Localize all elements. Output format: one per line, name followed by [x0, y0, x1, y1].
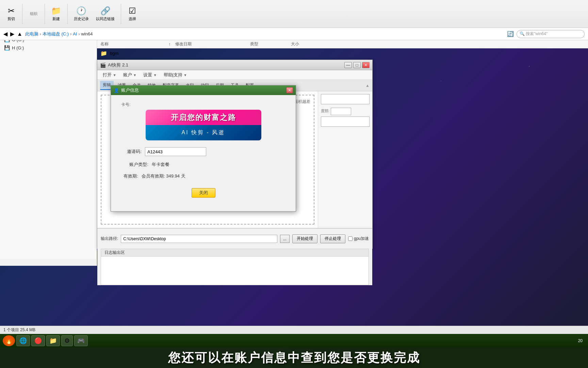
taskbar-folder[interactable]: 📁 — [46, 335, 60, 346]
account-type-value: 年卡套餐 — [152, 162, 169, 168]
dialog-body: 卡号: 开启您的财富之路 AI 快剪 - 风逝 邀请码: 账户类型: — [111, 95, 296, 211]
card-banner-bottom: AI 快剪 - 风逝 — [146, 125, 261, 140]
account-type-row: 账户类型: 年卡套餐 — [121, 162, 285, 168]
dialog-title-text: 账户信息 — [121, 87, 139, 93]
card-label-row: 卡号: — [121, 102, 285, 108]
dialog-title-icon: 👤 — [114, 88, 119, 93]
dialog-close-btn[interactable]: 关闭 — [192, 188, 215, 198]
taskbar-settings[interactable]: ⚙ — [61, 335, 73, 346]
start-button[interactable]: 🔥 — [3, 335, 15, 346]
validity-label: 有效期: — [121, 173, 138, 179]
subtitle-bar: 您还可以在账户信息中查到您是否更换完成 — [0, 348, 588, 368]
invite-label: 邀请码: — [121, 149, 142, 155]
dialog-footer: 关闭 — [121, 185, 285, 204]
card-banner-subtitle: AI 快剪 - 风逝 — [182, 129, 225, 136]
card-banner-container: 卡号: 开启您的财富之路 AI 快剪 - 风逝 — [121, 102, 285, 140]
taskbar-game[interactable]: 🎮 — [74, 335, 88, 346]
dialog-title-area: 👤 账户信息 — [114, 87, 139, 93]
taskbar-time: 20 — [578, 338, 585, 343]
card-banner-top: 开启您的财富之路 — [146, 110, 261, 125]
card-label: 卡号: — [121, 102, 130, 108]
account-type-label: 账户类型: — [121, 162, 148, 168]
invite-input[interactable] — [145, 147, 206, 156]
dialog-titlebar: 👤 账户信息 ✕ — [111, 86, 296, 95]
taskbar-browser[interactable]: 🌐 — [16, 335, 30, 346]
validity-row: 有效期: 会员有效期: 349.94 天 — [121, 173, 285, 179]
card-banner-title: 开启您的财富之路 — [171, 112, 236, 123]
card-banner: 开启您的财富之路 AI 快剪 - 风逝 — [146, 110, 261, 140]
validity-value: 会员有效期: 349.94 天 — [142, 173, 185, 179]
subtitle-text: 您还可以在账户信息中查到您是否更换完成 — [168, 350, 420, 366]
account-dialog: 👤 账户信息 ✕ 卡号: 开启您的财富之路 AI 快剪 - 风逝 — [111, 85, 296, 212]
taskbar: 🔥 🌐 🔴 📁 ⚙ 🎮 20 — [0, 334, 588, 348]
dialog-overlay: 👤 账户信息 ✕ 卡号: 开启您的财富之路 AI 快剪 - 风逝 — [0, 0, 588, 368]
dialog-close-button[interactable]: ✕ — [286, 87, 293, 93]
taskbar-chrome[interactable]: 🔴 — [31, 335, 45, 346]
invite-code-row: 邀请码: — [121, 147, 285, 156]
